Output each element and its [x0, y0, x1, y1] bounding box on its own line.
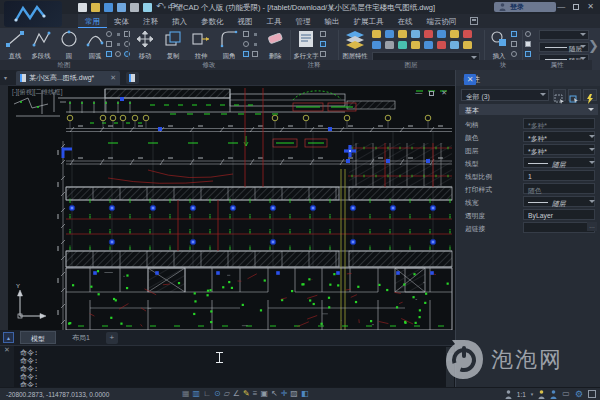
menu-tab-home[interactable]: 常用	[78, 14, 107, 28]
layout1-tab[interactable]: 布局1	[62, 331, 100, 344]
doc-minimize-icon[interactable]: —	[415, 89, 422, 97]
menu-tab-solid[interactable]: 实体	[107, 14, 136, 28]
arc-button[interactable]: 圆弧	[82, 29, 108, 60]
fullscreen-icon[interactable]	[588, 390, 596, 398]
layout-tab-bar: ▴ 模型 布局1 +	[0, 330, 455, 345]
menu-tab-insert[interactable]: 插入	[165, 14, 194, 28]
menu-tab-parametric[interactable]: 参数化	[194, 14, 231, 28]
document-tab[interactable]: 某小区高...图纸.dwg* ✕	[16, 71, 120, 85]
undo-icon[interactable]: ↶▾	[156, 2, 166, 12]
isolate-icon[interactable]: ◧	[301, 389, 309, 399]
basic-section-header[interactable]: 基本	[459, 104, 598, 115]
annotate-extra-icons[interactable]	[320, 31, 328, 60]
plot-icon[interactable]	[130, 3, 139, 12]
drawing-canvas[interactable]: [-][俯视][二维线框] — ✕ Y	[8, 85, 455, 330]
lineweight-value[interactable]: 随层	[523, 196, 595, 207]
annotation-monitor-icon[interactable]	[550, 390, 557, 399]
transparency-icon[interactable]: ▣	[260, 389, 268, 399]
mtext-button[interactable]: 多行文字	[292, 29, 320, 60]
menu-tab-online[interactable]: 在线	[391, 14, 420, 28]
dyn-input-icon[interactable]: ✎	[243, 389, 250, 399]
stretch-button[interactable]: 拉伸	[188, 29, 214, 60]
property-row-plot-style: 打印样式 随色	[459, 182, 598, 195]
lock-ui-icon[interactable]: ▨	[290, 389, 298, 399]
annotation-scale-value[interactable]: 1:1	[517, 391, 526, 398]
login-button[interactable]: 登录	[494, 2, 556, 12]
text-cursor	[216, 352, 223, 363]
command-close-icon[interactable]: ✕	[4, 346, 10, 353]
menu-tab-manage[interactable]: 管理	[289, 14, 318, 28]
new-drawing-button[interactable]	[126, 72, 139, 84]
scale-dropdown-icon[interactable]: ▾	[531, 391, 534, 397]
tab-close-icon[interactable]: ✕	[110, 74, 116, 82]
copy-button[interactable]: 复制	[160, 29, 186, 60]
insert-block-button[interactable]: 插入	[487, 29, 511, 60]
tab-overflow-icon[interactable]: ▾	[4, 74, 7, 81]
save-icon[interactable]	[104, 3, 113, 12]
menu-tab-express[interactable]: 扩展工具	[347, 14, 391, 28]
ribbon-props-icons[interactable]	[525, 31, 533, 60]
toggle-pickadd-button[interactable]	[553, 89, 566, 101]
autoscale-icon[interactable]	[538, 390, 545, 399]
annotation-visibility-icon[interactable]	[505, 390, 512, 399]
osnap-icon[interactable]: ⊙	[214, 389, 221, 399]
polyline-button[interactable]: 多段线	[28, 29, 54, 60]
layout-list-icon[interactable]: ▴	[3, 332, 14, 343]
selection-dropdown[interactable]: 全部 (3)	[461, 89, 549, 101]
menu-tab-tools[interactable]: 工具	[260, 14, 289, 28]
doc-close-icon[interactable]: ✕	[441, 89, 447, 97]
doc-restore-icon[interactable]	[429, 91, 434, 96]
layer-value[interactable]: *多种*	[523, 144, 595, 155]
command-window[interactable]: ✕ 命令: 命令: 命令: 命令: 命令:	[0, 345, 455, 387]
panel-close-icon[interactable]: ✕	[464, 74, 476, 85]
annotate-panel-label: 注释	[290, 60, 338, 70]
preview-icon[interactable]	[143, 3, 152, 12]
lineweight-icon[interactable]: ≡	[253, 389, 258, 399]
menu-tab-cloud[interactable]: 端云协同	[420, 14, 464, 28]
hyperlink-browse-button[interactable]: …	[587, 222, 597, 231]
minimize-button[interactable]: —	[557, 3, 565, 11]
new-file-icon[interactable]	[78, 3, 87, 12]
ortho-icon[interactable]: ∟	[203, 389, 211, 399]
color-dropdown[interactable]	[539, 30, 589, 40]
command-scrollbar[interactable]	[446, 347, 454, 387]
linetype-value[interactable]: 随层	[523, 157, 595, 168]
polar-icon[interactable]: ▱	[224, 389, 230, 399]
transparency-value[interactable]: ByLayer	[523, 209, 595, 220]
line-button[interactable]: 直线	[2, 29, 28, 60]
viewport-controls[interactable]: [-][俯视][二维线框]	[12, 88, 62, 97]
ribbon-collapse-icon[interactable]: ❯	[588, 38, 599, 53]
quick-select-button[interactable]	[583, 89, 597, 101]
snap-icon[interactable]: ▥	[193, 389, 201, 399]
otrack-icon[interactable]: ∠	[233, 389, 240, 399]
settings-gear-icon[interactable]: ⚙	[575, 389, 583, 399]
block-extra-icons[interactable]	[511, 31, 519, 60]
layer-properties-button[interactable]: 图层特性	[341, 29, 369, 60]
menu-tab-view[interactable]: 视图	[231, 14, 260, 28]
select-objects-button[interactable]	[568, 89, 581, 101]
color-value[interactable]: *多种*	[523, 131, 595, 142]
properties-panel-header: 特性 ✕	[456, 70, 600, 86]
save-as-icon[interactable]	[117, 3, 126, 12]
restore-button[interactable]	[573, 4, 579, 10]
tray-icon[interactable]: ▭	[562, 389, 570, 399]
menu-tab-output[interactable]: 输出	[318, 14, 347, 28]
model-tab[interactable]: 模型	[20, 331, 56, 344]
ribbon-toggle-icon[interactable]	[470, 17, 478, 25]
menu-tab-annotate[interactable]: 注释	[136, 14, 165, 28]
cycle-icon[interactable]: ↖	[271, 389, 278, 399]
new-layout-icon[interactable]: +	[106, 332, 118, 344]
circle-button[interactable]: 圆	[56, 29, 82, 60]
move-button[interactable]: 移动	[132, 29, 158, 60]
layer-state-icons[interactable]	[372, 30, 475, 51]
erase-button[interactable]: 删除	[262, 29, 288, 60]
modify-extra-icons[interactable]	[243, 31, 260, 60]
fillet-button[interactable]: 圆角	[216, 29, 242, 60]
quick-properties-icon[interactable]: ✛	[281, 389, 288, 399]
linetype-dropdown[interactable]: 随层	[539, 42, 589, 52]
hyperlink-value[interactable]	[523, 222, 595, 233]
open-folder-icon[interactable]	[91, 3, 100, 12]
grid-icon[interactable]: ▦	[182, 389, 190, 399]
close-button[interactable]: ✕	[587, 3, 594, 11]
linetype-scale-value[interactable]: 1	[523, 170, 595, 181]
